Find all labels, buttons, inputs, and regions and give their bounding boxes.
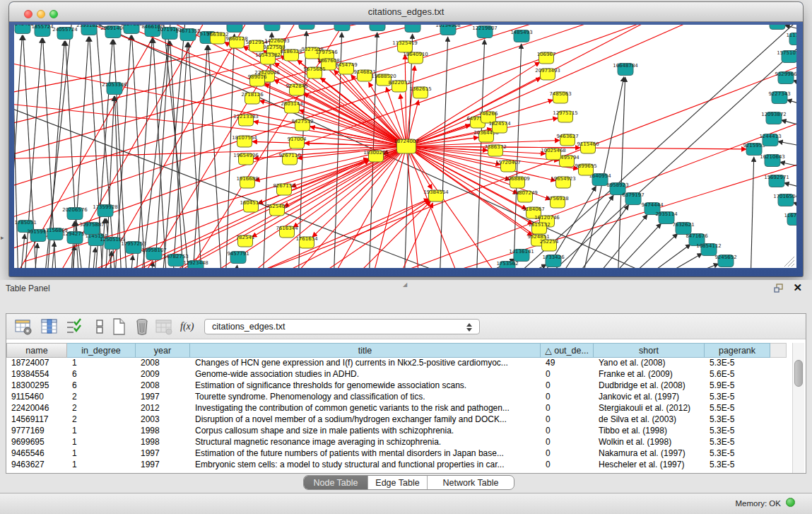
cell[interactable]: 0 (541, 380, 594, 392)
cell[interactable]: Dudbridge et al. (2008) (594, 380, 705, 392)
cell[interactable]: 2003 (136, 414, 190, 426)
citation-edge-black[interactable] (513, 44, 522, 268)
citation-edge-black[interactable] (162, 25, 187, 268)
citation-edge-red[interactable] (303, 200, 430, 268)
cell[interactable]: 18724007 (6, 358, 67, 369)
cell[interactable]: 6 (67, 380, 136, 392)
tab-edge-table[interactable]: Edge Table (368, 476, 428, 489)
cell[interactable]: 2008 (136, 380, 190, 392)
cell[interactable]: 1 (67, 358, 136, 369)
citation-edge-black[interactable] (620, 233, 678, 268)
cell[interactable]: 5.9E-5 (705, 380, 770, 392)
window-titlebar[interactable]: citations_edges.txt (9, 2, 803, 22)
table-row[interactable]: 946554611997Estimation of the future num… (6, 448, 792, 460)
cell[interactable]: 5.3E-5 (705, 426, 770, 437)
cell[interactable]: 5.3E-5 (705, 414, 770, 426)
cell[interactable]: 1997 (136, 460, 190, 471)
cell[interactable]: 5.3E-5 (705, 392, 770, 403)
cell[interactable]: 0 (541, 403, 594, 414)
cell[interactable]: 9699695 (6, 437, 67, 448)
cell[interactable]: 2 (67, 414, 136, 426)
citation-edge-black[interactable] (14, 25, 18, 268)
float-panel-icon[interactable] (774, 284, 784, 293)
table-source-dropdown[interactable]: citations_edges.txt (204, 319, 480, 334)
graph-node-teal[interactable] (370, 25, 385, 31)
column-header-out_de[interactable]: △ out_de... (541, 343, 594, 358)
column-header-short[interactable]: short (594, 343, 705, 358)
collapse-arrow-icon[interactable]: ▸ (1, 234, 4, 241)
graph-node-teal[interactable] (299, 25, 314, 30)
graph-node-teal[interactable] (334, 25, 350, 31)
cell[interactable]: 5.6E-5 (705, 369, 770, 380)
cell[interactable]: Nakamura et al. (1997) (594, 448, 705, 460)
cell[interactable]: 5.3E-5 (705, 460, 770, 471)
citation-edge-black[interactable] (235, 265, 237, 268)
cell[interactable]: Structural magnetic resonance image aver… (190, 437, 541, 448)
graph-node-teal[interactable] (770, 25, 785, 30)
cell[interactable]: 49 (541, 358, 594, 369)
column-header-year[interactable]: year (136, 343, 190, 358)
cell[interactable]: 5.3E-5 (705, 448, 770, 460)
table-row[interactable]: 1830029562008Estimation of significance … (6, 380, 792, 392)
scrollbar-thumb[interactable] (794, 360, 803, 387)
citation-edge-black[interactable] (130, 255, 133, 268)
cell[interactable]: 1 (67, 448, 136, 460)
cell[interactable]: 5.3E-5 (705, 437, 770, 448)
table-row[interactable]: 911546021997Tourette syndrome. Phenomeno… (6, 392, 792, 403)
cell[interactable]: Tourette syndrome. Phenomenology and cla… (190, 392, 541, 403)
cell[interactable]: Yano et al. (2008) (594, 358, 705, 369)
cell[interactable]: 2 (67, 392, 136, 403)
citation-edge-black[interactable] (778, 141, 796, 148)
cell[interactable]: 6 (67, 369, 136, 380)
citation-edge-red[interactable] (406, 146, 462, 268)
cell[interactable]: Investigating the contribution of common… (190, 403, 541, 414)
citation-edge-black[interactable] (603, 223, 661, 268)
table-row[interactable]: 1872400712008Changes of HCN gene express… (6, 358, 792, 369)
citation-edge-black[interactable] (132, 35, 146, 268)
citation-edge-black[interactable] (662, 264, 719, 268)
column-header-pagerank[interactable]: pagerank (705, 343, 770, 358)
cell[interactable]: 1997 (136, 448, 190, 460)
cell[interactable]: Jankovic et al. (1997) (594, 392, 705, 403)
split-handle-icon[interactable]: ◢ (403, 281, 406, 288)
cell[interactable]: 18300295 (6, 380, 67, 392)
citation-edge-black[interactable] (92, 247, 95, 268)
cell[interactable]: 9115460 (6, 392, 67, 403)
cell[interactable]: 1 (67, 460, 136, 471)
column-header-in_degree[interactable]: in_degree (67, 343, 136, 358)
cell[interactable]: 0 (541, 448, 594, 460)
cell[interactable]: 2 (67, 403, 136, 414)
delete-trash-icon[interactable] (133, 317, 151, 336)
cell[interactable]: Corpus callosum shape and size in male p… (190, 426, 541, 437)
close-panel-icon[interactable]: ✕ (793, 282, 802, 293)
citation-edge-black[interactable] (784, 183, 796, 191)
citation-edge-black[interactable] (52, 25, 667, 268)
citation-edge-black[interactable] (618, 77, 625, 268)
cell[interactable]: 14569117 (6, 414, 67, 426)
tab-node-table[interactable]: Node Table (304, 476, 368, 489)
citation-edge-red[interactable] (312, 146, 406, 237)
cell[interactable]: Disruption of a novel member of a sodium… (190, 414, 541, 426)
column-header-title[interactable]: title (190, 343, 541, 358)
cell[interactable]: Estimation of significance thresholds fo… (190, 380, 541, 392)
table-row[interactable]: 2242004622012Investigating the contribut… (6, 403, 792, 414)
network-view[interactable]: 1940412185572424055724239318262069140615… (14, 25, 796, 268)
graph-node-teal[interactable] (405, 25, 420, 33)
cell[interactable]: 0 (541, 426, 594, 437)
function-fx-icon[interactable]: f(x) (180, 317, 199, 336)
citation-edge-red[interactable] (395, 203, 433, 268)
cell[interactable]: 22420046 (6, 403, 67, 414)
cell[interactable]: Tibbo et al. (1998) (594, 426, 705, 437)
select-rows-icon[interactable] (65, 317, 83, 336)
table-settings-icon[interactable] (14, 317, 33, 336)
cell[interactable]: de Silva et al. (2003) (594, 414, 705, 426)
resize-grip-icon[interactable] (784, 257, 794, 267)
cell[interactable]: Stergiakouli et al. (2012) (594, 403, 705, 414)
cell[interactable]: 0 (541, 460, 594, 471)
citation-edge-red[interactable] (406, 25, 731, 146)
cell[interactable]: 1997 (136, 392, 190, 403)
network-canvas[interactable]: 1940412185572424055724239318262069140615… (14, 25, 796, 268)
cell[interactable]: Franke et al. (2009) (594, 369, 705, 380)
table-scrollbar[interactable] (792, 343, 804, 473)
table-row[interactable]: 946362711997Embryonic stem cells: a mode… (6, 460, 792, 471)
